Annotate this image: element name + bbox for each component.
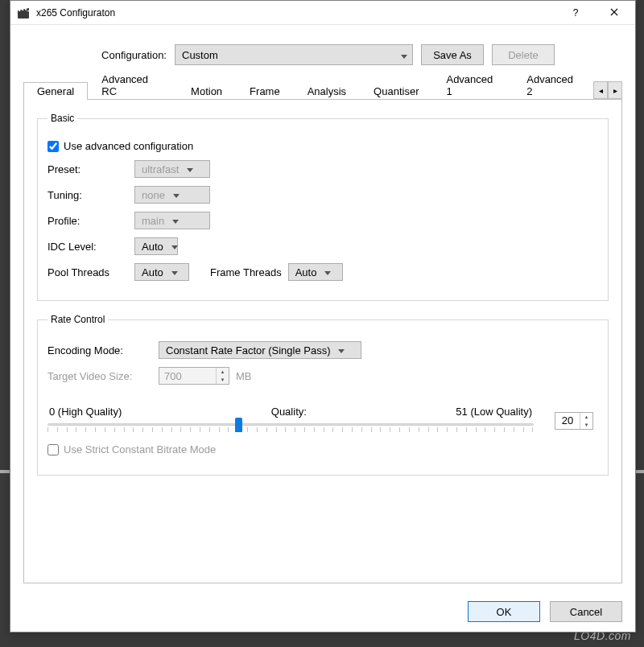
spin-up-icon[interactable]: ▲ — [580, 413, 592, 421]
pool-threads-label: Pool Threads — [47, 266, 128, 278]
quality-value-input[interactable]: ▲▼ — [555, 412, 593, 430]
tab-advanced-2[interactable]: Advanced 2 — [513, 70, 593, 100]
basic-legend: Basic — [47, 113, 77, 124]
tab-advanced-rc[interactable]: Advanced RC — [88, 70, 177, 100]
chevron-down-icon — [171, 242, 178, 251]
tab-general[interactable]: General — [23, 82, 88, 100]
clapperboard-icon — [17, 6, 30, 19]
rate-control-legend: Rate Control — [47, 314, 108, 325]
use-advanced-checkbox-input[interactable] — [47, 141, 59, 152]
idc-level-select[interactable]: Auto — [134, 237, 178, 255]
cancel-button[interactable]: Cancel — [550, 601, 622, 622]
chevron-down-icon — [173, 191, 180, 200]
tab-quantiser[interactable]: Quantiser — [360, 82, 432, 100]
close-button[interactable] — [598, 2, 630, 23]
tabbar: General Advanced RC Motion Frame Analysi… — [23, 78, 622, 99]
tab-analysis[interactable]: Analysis — [294, 82, 360, 100]
encoding-mode-select[interactable]: Constant Rate Factor (Single Pass) — [159, 341, 361, 359]
delete-button: Delete — [492, 44, 555, 65]
chevron-down-icon — [187, 165, 193, 174]
save-as-button[interactable]: Save As — [421, 44, 484, 65]
spin-down-icon[interactable]: ▼ — [580, 421, 592, 429]
quality-slider[interactable] — [47, 418, 534, 435]
profile-select: main — [134, 212, 210, 229]
chevron-down-icon — [338, 346, 345, 355]
tab-scroll: ◂ ▸ — [593, 81, 622, 99]
encoding-mode-label: Encoding Mode: — [47, 344, 152, 356]
tuning-label: Tuning: — [47, 189, 128, 201]
tab-frame[interactable]: Frame — [236, 82, 294, 100]
strict-cbr-checkbox-input[interactable] — [47, 444, 59, 455]
preset-select: ultrafast — [134, 160, 210, 178]
preset-label: Preset: — [47, 163, 128, 175]
idc-level-label: IDC Level: — [47, 241, 128, 253]
target-size-input: ▲▼ — [159, 367, 229, 385]
slider-thumb[interactable] — [235, 418, 242, 432]
target-size-unit: MB — [236, 370, 252, 382]
tab-advanced-1[interactable]: Advanced 1 — [432, 70, 513, 100]
rate-control-group: Rate Control Encoding Mode: Constant Rat… — [37, 314, 609, 476]
dialog-footer: OK Cancel — [10, 591, 635, 632]
triangle-left-icon: ◂ — [599, 86, 603, 95]
target-size-label: Target Video Size: — [47, 370, 152, 382]
tab-scroll-right[interactable]: ▸ — [608, 81, 622, 99]
close-icon — [610, 7, 618, 19]
configuration-select[interactable]: Custom — [175, 44, 413, 65]
strict-cbr-checkbox[interactable]: Use Strict Constant Bitrate Mode — [47, 443, 216, 455]
frame-threads-label: Frame Threads — [210, 266, 282, 278]
ok-button[interactable]: OK — [468, 601, 540, 622]
help-button[interactable]: ? — [559, 2, 592, 23]
spin-down-icon: ▼ — [217, 376, 229, 384]
quality-slider-labels: 0 (High Quality) Quality: 51 (Low Qualit… — [47, 406, 534, 418]
tab-scroll-left[interactable]: ◂ — [593, 81, 608, 99]
dialog-title: x265 Configuraton — [36, 7, 115, 19]
chevron-down-icon — [324, 268, 331, 277]
chevron-down-icon — [401, 49, 407, 61]
tab-motion[interactable]: Motion — [177, 82, 236, 100]
basic-group: Basic Use advanced configuration Preset:… — [37, 113, 609, 301]
chevron-down-icon — [171, 268, 178, 277]
use-advanced-checkbox[interactable]: Use advanced configuration — [47, 140, 193, 152]
tab-page-general: Basic Use advanced configuration Preset:… — [23, 99, 622, 583]
chevron-down-icon — [172, 216, 179, 225]
configuration-label: Configuration: — [30, 49, 167, 61]
triangle-right-icon: ▸ — [613, 86, 617, 95]
frame-threads-select[interactable]: Auto — [288, 263, 343, 281]
tuning-select: none — [134, 186, 210, 204]
profile-label: Profile: — [47, 215, 128, 227]
titlebar: x265 Configuraton ? — [10, 1, 635, 25]
pool-threads-select[interactable]: Auto — [134, 263, 189, 281]
x265-config-dialog: x265 Configuraton ? Configuration: Custo… — [10, 0, 636, 633]
question-icon: ? — [573, 7, 579, 19]
spin-up-icon: ▲ — [217, 368, 229, 376]
